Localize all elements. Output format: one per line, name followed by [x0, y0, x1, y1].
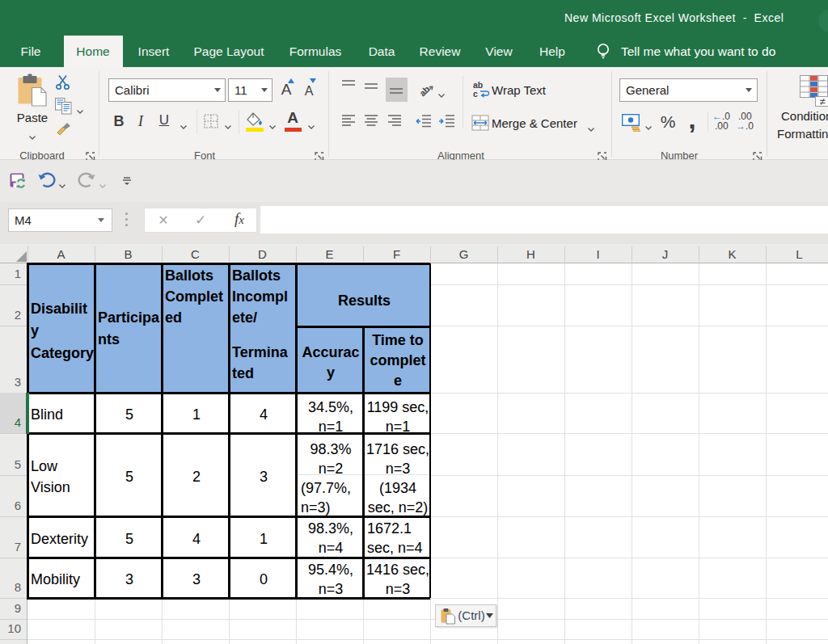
svg-text:ab: ab — [417, 84, 432, 99]
svg-text:c: c — [473, 89, 478, 99]
